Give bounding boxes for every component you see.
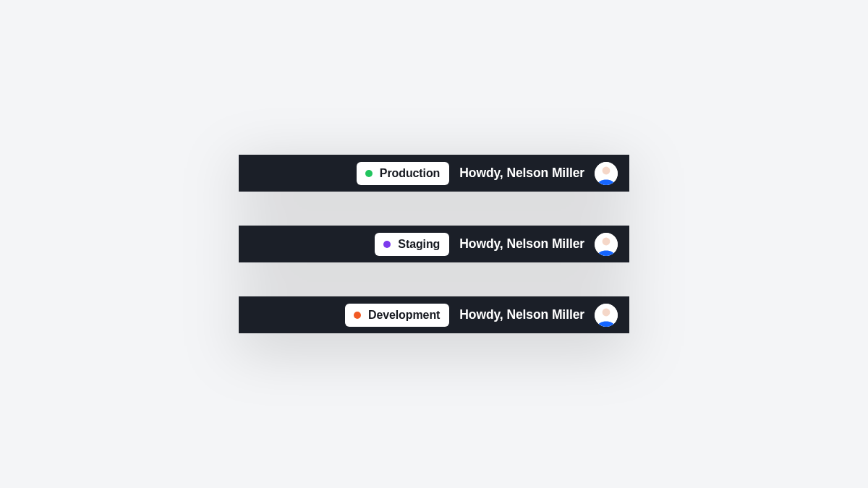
user-greeting[interactable]: Howdy, Nelson Miller xyxy=(459,307,584,322)
svg-point-5 xyxy=(603,308,610,316)
environment-badge[interactable]: Production xyxy=(357,162,449,185)
environment-badge[interactable]: Staging xyxy=(375,233,449,256)
avatar-icon xyxy=(595,162,618,185)
environment-label: Production xyxy=(380,167,440,180)
avatar-icon xyxy=(595,233,618,256)
environment-badge[interactable]: Development xyxy=(345,304,449,327)
environment-label: Staging xyxy=(398,238,440,251)
avatar[interactable] xyxy=(595,162,618,185)
status-dot-icon xyxy=(365,170,373,177)
admin-bar-development: Development Howdy, Nelson Miller xyxy=(239,296,629,333)
admin-bar-production: Production Howdy, Nelson Miller xyxy=(239,155,629,192)
avatar[interactable] xyxy=(595,304,618,327)
svg-point-3 xyxy=(603,237,610,245)
status-dot-icon xyxy=(354,312,361,319)
avatar-icon xyxy=(595,304,618,327)
admin-bar-staging: Staging Howdy, Nelson Miller xyxy=(239,226,629,262)
environment-label: Development xyxy=(368,309,440,322)
user-greeting[interactable]: Howdy, Nelson Miller xyxy=(459,236,584,252)
admin-bar-stack: Production Howdy, Nelson Miller Staging … xyxy=(239,155,629,333)
svg-point-1 xyxy=(603,166,610,174)
canvas: Production Howdy, Nelson Miller Staging … xyxy=(0,0,868,488)
user-greeting[interactable]: Howdy, Nelson Miller xyxy=(459,166,584,181)
status-dot-icon xyxy=(383,241,391,248)
avatar[interactable] xyxy=(595,233,618,256)
